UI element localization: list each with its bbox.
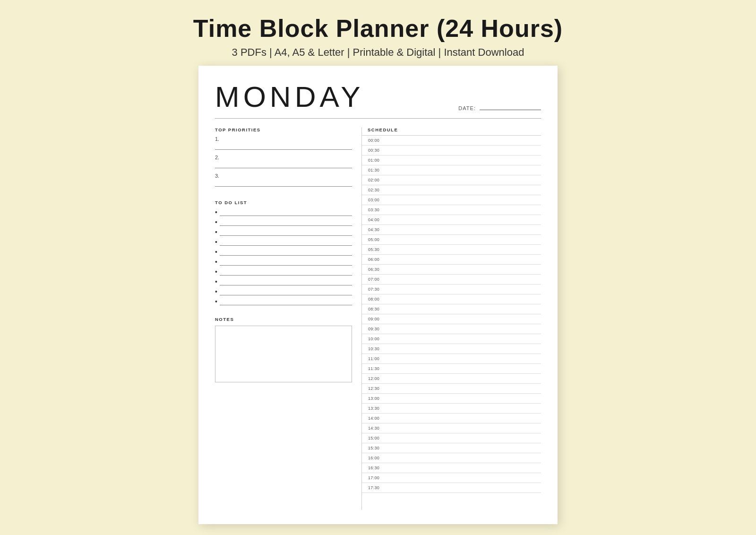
time-row: 02:00 bbox=[362, 175, 541, 185]
time-label: 02:00 bbox=[362, 178, 383, 182]
time-row: 15:00 bbox=[362, 433, 541, 443]
time-row: 00:00 bbox=[362, 136, 541, 146]
time-row: 01:00 bbox=[362, 155, 541, 165]
time-row: 08:30 bbox=[362, 304, 541, 314]
time-block[interactable] bbox=[383, 304, 541, 314]
top-priorities-section: TOP PRIORITIES 1. 2. 3. bbox=[215, 127, 352, 191]
time-block[interactable] bbox=[383, 414, 541, 423]
time-block[interactable] bbox=[383, 463, 541, 473]
time-label: 05:30 bbox=[362, 247, 383, 252]
time-block[interactable] bbox=[383, 235, 541, 244]
time-label: 00:00 bbox=[362, 138, 383, 143]
time-row: 02:30 bbox=[362, 185, 541, 195]
todo-item: • bbox=[215, 278, 352, 285]
time-row: 01:30 bbox=[362, 165, 541, 175]
time-block[interactable] bbox=[383, 384, 541, 393]
todo-item: • bbox=[215, 229, 352, 236]
page-header: Time Block Planner (24 Hours) 3 PDFs | A… bbox=[0, 0, 756, 66]
time-label: 15:00 bbox=[362, 436, 383, 440]
time-block[interactable] bbox=[383, 146, 541, 155]
time-row: 13:00 bbox=[362, 394, 541, 404]
bullet-icon: • bbox=[215, 268, 217, 276]
time-label: 13:30 bbox=[362, 406, 383, 411]
time-block[interactable] bbox=[383, 334, 541, 344]
bullet-icon: • bbox=[215, 219, 217, 226]
time-block[interactable] bbox=[383, 255, 541, 264]
time-row: 17:00 bbox=[362, 473, 541, 483]
time-label: 00:30 bbox=[362, 148, 383, 153]
time-block[interactable] bbox=[383, 245, 541, 254]
time-row: 06:00 bbox=[362, 255, 541, 265]
time-block[interactable] bbox=[383, 354, 541, 363]
main-title: Time Block Planner (24 Hours) bbox=[0, 14, 756, 43]
priority-number-1: 1. bbox=[215, 136, 352, 142]
time-label: 14:00 bbox=[362, 416, 383, 421]
time-row: 03:00 bbox=[362, 195, 541, 205]
bullet-icon: • bbox=[215, 278, 217, 285]
time-block[interactable] bbox=[383, 185, 541, 195]
time-block[interactable] bbox=[383, 205, 541, 215]
time-block[interactable] bbox=[383, 314, 541, 324]
time-block[interactable] bbox=[383, 404, 541, 413]
time-block[interactable] bbox=[383, 195, 541, 205]
time-block[interactable] bbox=[383, 215, 541, 224]
time-row: 04:30 bbox=[362, 225, 541, 235]
schedule-panel: SCHEDULE 00:0000:3001:0001:3002:0002:300… bbox=[361, 127, 541, 510]
time-label: 14:30 bbox=[362, 426, 383, 431]
bullet-icon: • bbox=[215, 229, 217, 236]
time-label: 17:00 bbox=[362, 475, 383, 480]
time-block[interactable] bbox=[383, 473, 541, 483]
notes-box[interactable] bbox=[215, 326, 352, 382]
time-row: 05:00 bbox=[362, 235, 541, 245]
priority-line-3 bbox=[215, 180, 352, 187]
todo-section: TO DO LIST • • • • • • • • • • bbox=[215, 200, 352, 308]
top-priorities-label: TOP PRIORITIES bbox=[215, 127, 352, 132]
time-block[interactable] bbox=[383, 294, 541, 304]
time-block[interactable] bbox=[383, 344, 541, 354]
time-block[interactable] bbox=[383, 433, 541, 443]
time-row: 16:00 bbox=[362, 453, 541, 463]
time-label: 15:30 bbox=[362, 446, 383, 450]
date-field: DATE: bbox=[458, 105, 541, 113]
time-label: 10:30 bbox=[362, 346, 383, 351]
time-block[interactable] bbox=[383, 136, 541, 145]
time-label: 09:30 bbox=[362, 327, 383, 331]
time-block[interactable] bbox=[383, 423, 541, 433]
time-row: 12:00 bbox=[362, 374, 541, 384]
time-block[interactable] bbox=[383, 364, 541, 373]
time-label: 13:00 bbox=[362, 396, 383, 401]
time-block[interactable] bbox=[383, 275, 541, 284]
time-label: 04:00 bbox=[362, 217, 383, 222]
time-block[interactable] bbox=[383, 175, 541, 185]
priority-line-2 bbox=[215, 162, 352, 168]
time-block[interactable] bbox=[383, 374, 541, 383]
time-row: 12:30 bbox=[362, 384, 541, 394]
time-block[interactable] bbox=[383, 443, 541, 453]
time-row: 03:30 bbox=[362, 205, 541, 215]
todo-label: TO DO LIST bbox=[215, 200, 352, 205]
time-block[interactable] bbox=[383, 265, 541, 274]
bullet-icon: • bbox=[215, 249, 217, 256]
time-label: 11:00 bbox=[362, 356, 383, 361]
todo-item: • bbox=[215, 209, 352, 216]
time-row: 09:00 bbox=[362, 314, 541, 324]
time-row: 07:00 bbox=[362, 275, 541, 285]
time-label: 04:30 bbox=[362, 227, 383, 232]
time-row: 14:00 bbox=[362, 414, 541, 423]
schedule-label: SCHEDULE bbox=[362, 127, 541, 136]
time-block[interactable] bbox=[383, 165, 541, 175]
time-row: 14:30 bbox=[362, 423, 541, 433]
time-block[interactable] bbox=[383, 394, 541, 403]
time-label: 02:30 bbox=[362, 188, 383, 192]
time-block[interactable] bbox=[383, 285, 541, 294]
time-block[interactable] bbox=[383, 483, 541, 492]
subtitle: 3 PDFs | A4, A5 & Letter | Printable & D… bbox=[0, 46, 756, 59]
time-block[interactable] bbox=[383, 324, 541, 334]
time-block[interactable] bbox=[383, 453, 541, 463]
time-label: 03:30 bbox=[362, 207, 383, 212]
time-block[interactable] bbox=[383, 155, 541, 165]
time-block[interactable] bbox=[383, 225, 541, 234]
time-label: 08:30 bbox=[362, 307, 383, 311]
time-label: 07:30 bbox=[362, 287, 383, 292]
priority-number-2: 2. bbox=[215, 155, 352, 160]
